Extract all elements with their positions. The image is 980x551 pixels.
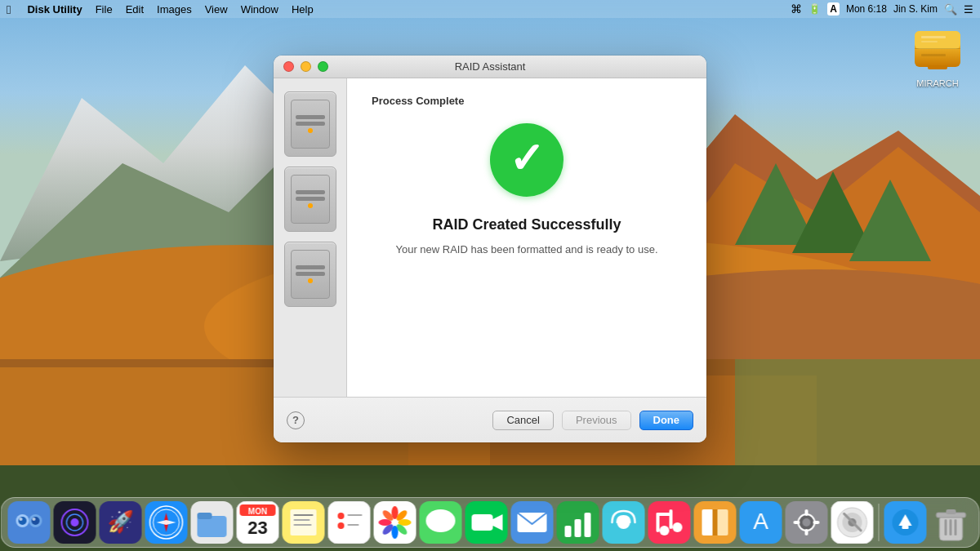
raid-assistant-window: RAID Assistant	[274, 56, 706, 442]
apple-menu[interactable]: 	[7, 2, 11, 16]
menu-edit[interactable]: Edit	[126, 3, 144, 16]
success-icon: ✓	[490, 123, 564, 197]
dock-photos[interactable]	[374, 501, 416, 544]
previous-button[interactable]: Previous	[562, 411, 631, 430]
menubar-left:  Disk Utility File Edit Images View Win…	[7, 2, 314, 16]
wifi-icon[interactable]: ⌘	[791, 2, 802, 16]
svg-rect-116	[955, 519, 957, 535]
dock-finder[interactable]	[8, 501, 51, 544]
dock-launchpad[interactable]: 🚀	[100, 501, 142, 544]
svg-point-69	[426, 509, 456, 532]
svg-rect-53	[294, 524, 312, 526]
spotlight-icon[interactable]: 🔍	[944, 3, 957, 16]
svg-point-27	[19, 517, 27, 525]
svg-rect-100	[813, 521, 820, 524]
disk-slot-3	[296, 190, 325, 194]
svg-rect-20	[921, 36, 946, 38]
svg-point-84	[673, 522, 683, 532]
window-maximize-button[interactable]	[318, 61, 328, 72]
window-minimize-button[interactable]	[301, 61, 311, 72]
window-titlebar: RAID Assistant	[274, 56, 706, 78]
footer-left: ?	[287, 411, 305, 429]
svg-rect-58	[348, 524, 359, 526]
dock-separator	[879, 504, 880, 541]
svg-rect-44	[198, 513, 212, 519]
svg-rect-78	[575, 519, 581, 537]
disk-unit-2	[284, 167, 336, 232]
dock-music[interactable]	[648, 501, 691, 544]
dock-safari[interactable]	[145, 501, 188, 544]
dock-files[interactable]	[191, 501, 234, 544]
mirarch-desktop-icon[interactable]: MIRARCH	[911, 23, 964, 88]
success-subtitle: Your new RAID has been formatted and is …	[395, 242, 657, 258]
dock-siri[interactable]	[54, 501, 96, 544]
menu-app-name[interactable]: Disk Utility	[27, 3, 82, 16]
dock-airdrop[interactable]	[603, 501, 645, 544]
svg-rect-18	[915, 31, 960, 49]
dock-appstore[interactable]: A	[740, 501, 782, 544]
svg-rect-87	[657, 513, 673, 516]
disk-led-1	[308, 128, 313, 133]
clock: Mon 6:18	[846, 3, 887, 15]
menu-images[interactable]: Images	[157, 3, 192, 16]
svg-rect-99	[794, 521, 800, 524]
svg-text:A: A	[753, 509, 768, 534]
mirarch-label: MIRARCH	[916, 78, 958, 88]
menu-view[interactable]: View	[205, 3, 228, 16]
svg-rect-113	[947, 509, 956, 514]
username[interactable]: Jin S. Kim	[893, 3, 938, 15]
success-title: RAID Created Successfully	[432, 216, 621, 233]
checkmark-icon: ✓	[509, 137, 545, 180]
svg-rect-77	[565, 526, 572, 537]
svg-rect-22	[921, 54, 946, 56]
dock-numbers[interactable]	[557, 501, 599, 544]
menu-window[interactable]: Window	[241, 3, 278, 16]
input-source-icon[interactable]: A	[827, 2, 840, 16]
svg-rect-52	[294, 519, 310, 521]
disk-led-3	[308, 278, 313, 283]
dock-books[interactable]	[694, 501, 737, 544]
svg-text:23: 23	[247, 518, 267, 538]
battery-icon[interactable]: 🔋	[808, 3, 821, 15]
dock-mail[interactable]	[511, 501, 554, 544]
dock-facetime[interactable]	[466, 501, 508, 544]
svg-text:MON: MON	[248, 507, 267, 516]
disk-slot-4	[296, 197, 325, 201]
svg-rect-79	[585, 513, 591, 537]
svg-point-83	[660, 526, 670, 535]
dock-trash[interactable]	[930, 501, 973, 544]
notification-center-icon[interactable]: ☰	[964, 3, 973, 16]
disk-slot-5	[296, 265, 325, 269]
svg-rect-109	[902, 526, 909, 529]
window-sidebar	[274, 78, 347, 397]
cancel-button[interactable]: Cancel	[492, 411, 553, 430]
svg-point-28	[32, 517, 40, 525]
dock-notes[interactable]	[283, 501, 325, 544]
window-controls	[283, 61, 328, 72]
dock-messages[interactable]	[420, 501, 462, 544]
svg-rect-90	[717, 509, 728, 535]
svg-point-30	[33, 518, 36, 521]
done-button[interactable]: Done	[639, 411, 694, 430]
dock-reminders[interactable]	[328, 501, 371, 544]
svg-rect-16	[735, 359, 980, 465]
svg-rect-50	[291, 509, 317, 535]
window-body: Process Complete ✓ RAID Created Successf…	[274, 78, 706, 397]
dock-disk-utility[interactable]	[831, 501, 874, 544]
disk-slot-2	[296, 122, 325, 126]
menu-help[interactable]: Help	[292, 3, 314, 16]
window-footer: ? Cancel Previous Done	[274, 397, 706, 442]
disk-led-2	[308, 203, 313, 208]
svg-point-56	[338, 522, 345, 529]
help-button[interactable]: ?	[287, 411, 305, 429]
svg-rect-114	[945, 519, 947, 535]
dock-system-preferences[interactable]	[786, 501, 828, 544]
desktop:  Disk Utility File Edit Images View Win…	[0, 0, 980, 551]
window-content: Process Complete ✓ RAID Created Successf…	[347, 78, 706, 397]
menu-file[interactable]: File	[96, 3, 113, 16]
dock-calendar[interactable]: MON 23	[237, 501, 279, 544]
window-close-button[interactable]	[283, 61, 294, 72]
dock-airdrop-download[interactable]	[884, 501, 927, 544]
svg-rect-115	[950, 519, 952, 535]
process-complete-header: Process Complete	[372, 95, 464, 107]
